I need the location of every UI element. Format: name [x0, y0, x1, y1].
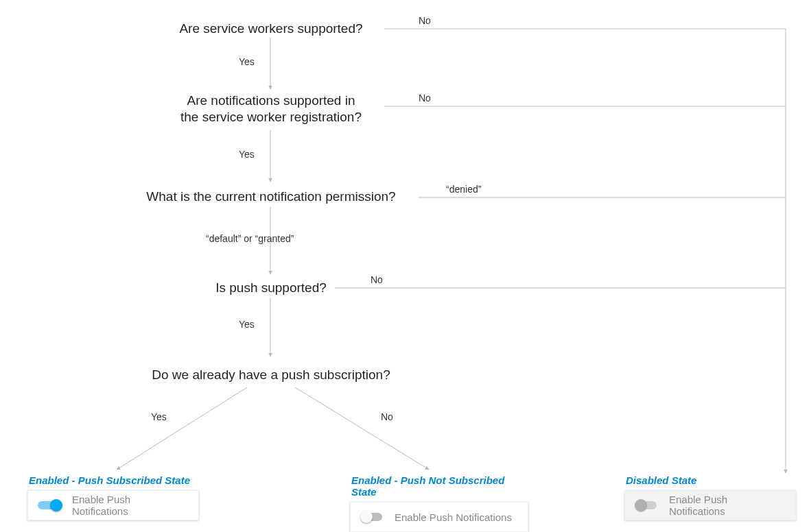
state-disabled-title: Disabled State [624, 474, 796, 486]
label-q1-yes: Yes [239, 56, 255, 67]
toggle-on-icon[interactable] [38, 499, 62, 511]
label-q2-yes: Yes [239, 149, 255, 160]
question-line: Are notifications supported in [187, 93, 355, 108]
state-subscribed-card: Enable Push Notifications [27, 490, 199, 520]
label-q3-pass: “default” or “granted” [206, 233, 294, 244]
label-q4-no: No [371, 274, 383, 285]
state-not-subscribed-title: Enabled - Push Not Subscribed State [350, 474, 528, 498]
question-line: the service worker registration? [180, 110, 362, 124]
edge-q5-no [295, 387, 429, 470]
label-q5-no: No [381, 411, 393, 422]
label-q3-denied: “denied” [446, 184, 481, 195]
state-disabled: Disabled State Enable Push Notifications [624, 474, 796, 520]
label-q2-no: No [419, 93, 431, 104]
state-subscribed-label: Enable Push Notifications [72, 494, 189, 517]
state-subscribed-title: Enabled - Push Subscribed State [27, 474, 199, 486]
label-q5-yes: Yes [151, 411, 167, 422]
question-have-subscription: Do we already have a push subscription? [124, 367, 419, 383]
question-permission: What is the current notification permiss… [124, 189, 419, 205]
label-q1-no: No [419, 15, 431, 26]
state-not-subscribed-card: Enable Push Notifications [350, 502, 528, 532]
state-not-subscribed: Enabled - Push Not Subscribed State Enab… [350, 474, 528, 532]
question-service-workers: Are service workers supported? [158, 21, 384, 37]
question-notifications-in-sw: Are notifications supported in the servi… [158, 93, 384, 125]
state-disabled-card: Enable Push Notifications [624, 490, 796, 520]
state-subscribed: Enabled - Push Subscribed State Enable P… [27, 474, 199, 520]
label-q4-yes: Yes [239, 319, 255, 330]
edge-q5-yes [117, 387, 247, 470]
flowchart-connectors [0, 0, 809, 532]
question-push-supported: Is push supported? [206, 280, 336, 296]
toggle-disabled-icon [635, 499, 659, 511]
state-disabled-label: Enable Push Notifications [669, 494, 786, 517]
state-not-subscribed-label: Enable Push Notifications [395, 511, 512, 523]
toggle-off-icon[interactable] [360, 511, 385, 523]
